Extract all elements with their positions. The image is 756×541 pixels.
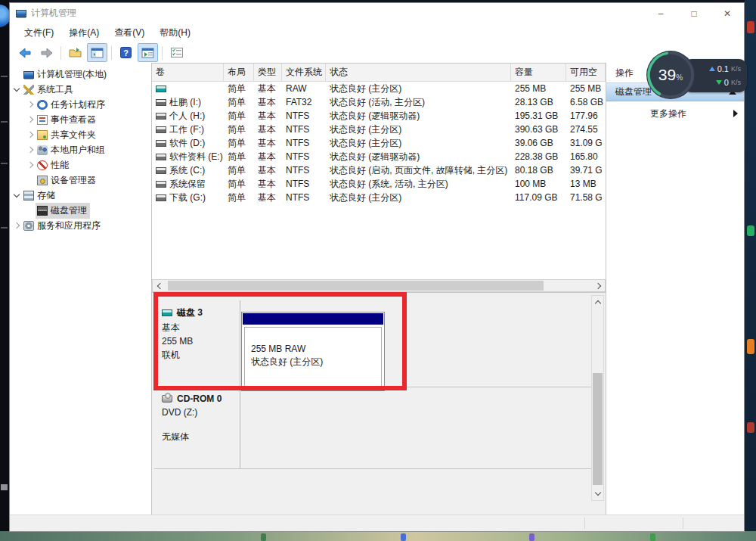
- app-icon: [16, 10, 26, 17]
- volume-row[interactable]: 个人 (H:) 简单 基本 NTFS 状态良好 (逻辑驱动器) 195.31 G…: [152, 109, 606, 123]
- column-header-fs[interactable]: 文件系统: [282, 64, 326, 81]
- tree-expander-icon[interactable]: [11, 72, 22, 76]
- column-header-free[interactable]: 可用空: [566, 64, 606, 81]
- vertical-scrollbar[interactable]: [591, 295, 604, 501]
- scroll-left-icon[interactable]: [153, 280, 166, 291]
- status-bar: [10, 515, 744, 531]
- volume-free: 274.55: [566, 124, 606, 135]
- menu-item[interactable]: 帮助(H): [153, 24, 197, 42]
- horizontal-scroll-thumb[interactable]: [168, 281, 544, 291]
- tree-expander-icon[interactable]: [25, 102, 36, 107]
- volume-layout: 简单: [224, 123, 254, 136]
- tree-expander-icon[interactable]: [11, 223, 22, 228]
- tree-item-icon: [37, 160, 48, 170]
- export-list-icon: [69, 47, 82, 58]
- column-header-layout[interactable]: 布局: [224, 64, 254, 81]
- menu-item[interactable]: 操作(A): [62, 24, 106, 42]
- volume-row[interactable]: 简单 基本 RAW 状态良好 (主分区) 255 MB 255 MB: [152, 82, 606, 95]
- volume-status: 状态良好 (活动, 主分区): [326, 96, 511, 109]
- tree-item[interactable]: 服务和应用程序: [10, 218, 151, 233]
- volume-status: 状态良好 (主分区): [326, 123, 511, 136]
- column-header-volume[interactable]: 卷: [152, 64, 224, 81]
- tree-item[interactable]: 磁盘管理: [10, 203, 151, 218]
- column-header-capacity[interactable]: 容量: [511, 64, 566, 81]
- back-button[interactable]: [14, 43, 35, 62]
- tree-item[interactable]: 计算机管理(本地): [10, 67, 151, 82]
- tree-item[interactable]: 性能: [10, 157, 151, 173]
- tree-item[interactable]: 任务计划程序: [10, 97, 151, 112]
- volume-capacity: 80.18 GB: [511, 165, 566, 176]
- horizontal-scrollbar[interactable]: [152, 279, 606, 292]
- volume-row[interactable]: 工作 (F:) 简单 基本 NTFS 状态良好 (主分区) 390.63 GB …: [152, 123, 606, 136]
- volume-layout: 简单: [224, 178, 254, 191]
- tree-item-label: 磁盘管理: [51, 204, 87, 217]
- menu-item[interactable]: 查看(V): [107, 24, 151, 42]
- tree-expander-icon[interactable]: [25, 117, 36, 122]
- volume-row[interactable]: 下载 (G:) 简单 基本 NTFS 状态良好 (主分区) 117.09 GB …: [152, 191, 606, 204]
- volume-row[interactable]: 杜鹏 (I:) 简单 基本 FAT32 状态良好 (活动, 主分区) 28.13…: [152, 95, 606, 109]
- tree-expander-icon[interactable]: [25, 208, 36, 213]
- volume-layout: 简单: [224, 96, 254, 109]
- properties-list-button[interactable]: [166, 43, 187, 62]
- volume-row[interactable]: 系统 (C:) 简单 基本 NTFS 状态良好 (启动, 页面文件, 故障转储,…: [152, 163, 606, 177]
- show-console-tree-icon: [91, 48, 104, 58]
- tree-item-icon: [37, 115, 48, 125]
- tree-expander-icon[interactable]: [25, 148, 36, 152]
- scroll-right-icon[interactable]: [592, 280, 605, 291]
- close-button[interactable]: ✕: [711, 3, 744, 23]
- menu-item[interactable]: 文件(F): [17, 24, 60, 42]
- tree-item[interactable]: 共享文件夹: [10, 127, 151, 142]
- tree-item[interactable]: 系统工具: [10, 82, 151, 97]
- help-button[interactable]: ?: [116, 43, 136, 62]
- tree-expander-icon[interactable]: [25, 163, 36, 167]
- tree-item-icon: [37, 206, 48, 216]
- volume-name: 下载 (G:): [169, 191, 206, 204]
- more-actions-item[interactable]: 更多操作: [606, 104, 744, 123]
- volume-layout: 简单: [224, 164, 254, 177]
- volume-capacity: 117.09 GB: [511, 192, 566, 203]
- tree-item[interactable]: 本地用户和组: [10, 142, 151, 157]
- tree-item[interactable]: 存储: [10, 188, 151, 203]
- export-list-button[interactable]: [65, 43, 85, 62]
- vertical-scroll-thumb[interactable]: [593, 373, 603, 485]
- tree-item[interactable]: 事件查看器: [10, 112, 151, 127]
- volume-row[interactable]: 系统保留 简单 基本 NTFS 状态良好 (系统, 活动, 主分区) 100 M…: [152, 177, 606, 191]
- volume-layout: 简单: [224, 151, 254, 163]
- column-header-type[interactable]: 类型: [254, 64, 282, 81]
- volume-fs: NTFS: [282, 138, 326, 148]
- volume-fs: NTFS: [282, 165, 326, 176]
- cdrom-header[interactable]: CD-ROM 0 DVD (Z:) 无媒体: [154, 387, 240, 469]
- toolbar: ?: [10, 42, 744, 64]
- volume-free: 177.96: [566, 110, 606, 121]
- tree-expander-icon[interactable]: [25, 178, 36, 182]
- forward-button[interactable]: [36, 43, 57, 62]
- drive-icon: [156, 167, 166, 174]
- show-action-pane-button[interactable]: [138, 43, 158, 62]
- cdrom-media: 无媒体: [162, 431, 240, 442]
- volume-layout: 简单: [224, 137, 254, 150]
- volume-row[interactable]: 软件资料 (E:) 简单 基本 NTFS 状态良好 (逻辑驱动器) 228.38…: [152, 150, 606, 163]
- title-bar[interactable]: 计算机管理 – □ ✕: [10, 3, 744, 23]
- drive-icon: [156, 140, 166, 147]
- maximize-button[interactable]: □: [677, 3, 711, 23]
- scroll-up-icon[interactable]: [592, 296, 603, 309]
- scroll-down-icon[interactable]: [592, 487, 603, 500]
- drive-icon: [156, 99, 166, 106]
- volume-row[interactable]: 软件 (D:) 简单 基本 NTFS 状态良好 (主分区) 39.06 GB 3…: [152, 136, 606, 150]
- tree-expander-icon[interactable]: [11, 194, 22, 197]
- tree-expander-icon[interactable]: [25, 132, 36, 137]
- tree-expander-icon[interactable]: [11, 88, 22, 91]
- tree-item[interactable]: 设备管理器: [10, 173, 151, 188]
- volume-fs: RAW: [282, 83, 326, 94]
- forward-icon: [41, 47, 53, 59]
- show-console-tree-button[interactable]: [87, 43, 107, 62]
- volume-fs: NTFS: [282, 192, 326, 203]
- volume-layout: 简单: [224, 191, 254, 204]
- volume-capacity: 228.38 GB: [511, 151, 566, 162]
- minimize-button[interactable]: –: [644, 3, 677, 23]
- computer-management-window: 计算机管理 – □ ✕ 文件(F) 操作(A) 查看(V) 帮助(H): [9, 2, 745, 532]
- more-actions-label: 更多操作: [650, 107, 686, 120]
- column-header-status[interactable]: 状态: [326, 64, 511, 81]
- tree-item-label: 任务计划程序: [51, 98, 105, 111]
- tree-item-label: 系统工具: [37, 83, 73, 96]
